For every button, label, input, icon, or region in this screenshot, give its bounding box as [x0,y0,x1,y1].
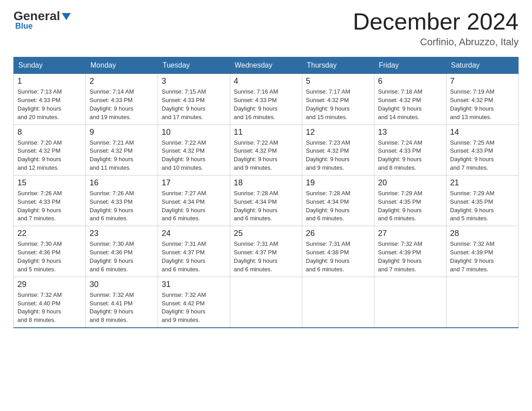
day-info: Sunrise: 7:28 AMSunset: 4:34 PMDaylight:… [234,189,298,223]
day-number: 10 [162,128,226,137]
day-number: 26 [306,229,370,238]
day-number: 5 [306,77,370,86]
calendar-cell: 5Sunrise: 7:17 AMSunset: 4:32 PMDaylight… [302,73,374,124]
day-info: Sunrise: 7:27 AMSunset: 4:34 PMDaylight:… [162,189,226,223]
calendar-cell: 30Sunrise: 7:32 AMSunset: 4:41 PMDayligh… [86,277,158,328]
calendar-subtitle: Corfinio, Abruzzo, Italy [353,36,519,48]
calendar-cell: 18Sunrise: 7:28 AMSunset: 4:34 PMDayligh… [230,175,302,226]
calendar-cell: 3Sunrise: 7:15 AMSunset: 4:33 PMDaylight… [158,73,230,124]
calendar-cell: 9Sunrise: 7:21 AMSunset: 4:32 PMDaylight… [86,124,158,175]
column-header-sunday: Sunday [14,57,86,73]
page-header: General Blue December 2024 Corfinio, Abr… [13,9,519,48]
day-number: 4 [234,77,298,86]
column-header-thursday: Thursday [302,57,374,73]
column-header-saturday: Saturday [446,57,519,73]
calendar-cell: 23Sunrise: 7:30 AMSunset: 4:36 PMDayligh… [86,226,158,277]
day-number: 1 [17,77,82,86]
day-number: 23 [90,229,154,238]
day-number: 6 [378,77,442,86]
day-number: 12 [306,128,370,137]
day-info: Sunrise: 7:23 AMSunset: 4:32 PMDaylight:… [306,139,370,172]
day-info: Sunrise: 7:13 AMSunset: 4:33 PMDaylight:… [17,88,82,121]
calendar-cell: 28Sunrise: 7:32 AMSunset: 4:39 PMDayligh… [446,226,519,277]
calendar-cell: 16Sunrise: 7:26 AMSunset: 4:33 PMDayligh… [86,175,158,226]
day-number: 14 [450,128,515,137]
week-row-5: 29Sunrise: 7:32 AMSunset: 4:40 PMDayligh… [14,277,519,328]
column-header-wednesday: Wednesday [230,57,302,73]
day-info: Sunrise: 7:32 AMSunset: 4:42 PMDaylight:… [162,291,226,325]
calendar-cell: 17Sunrise: 7:27 AMSunset: 4:34 PMDayligh… [158,175,230,226]
day-info: Sunrise: 7:31 AMSunset: 4:37 PMDaylight:… [234,240,298,274]
day-number: 3 [162,77,226,86]
calendar-cell [446,277,519,328]
calendar-cell: 1Sunrise: 7:13 AMSunset: 4:33 PMDaylight… [14,73,86,124]
day-info: Sunrise: 7:24 AMSunset: 4:33 PMDaylight:… [378,139,442,172]
calendar-cell: 2Sunrise: 7:14 AMSunset: 4:33 PMDaylight… [86,73,158,124]
day-info: Sunrise: 7:18 AMSunset: 4:32 PMDaylight:… [378,88,442,121]
calendar-cell: 10Sunrise: 7:22 AMSunset: 4:32 PMDayligh… [158,124,230,175]
day-info: Sunrise: 7:28 AMSunset: 4:34 PMDaylight:… [306,189,370,223]
week-row-2: 8Sunrise: 7:20 AMSunset: 4:32 PMDaylight… [14,124,519,175]
day-info: Sunrise: 7:16 AMSunset: 4:33 PMDaylight:… [234,88,298,121]
header-row: SundayMondayTuesdayWednesdayThursdayFrid… [14,57,519,73]
day-number: 18 [234,178,298,188]
day-number: 11 [234,128,298,137]
day-number: 25 [234,229,298,238]
day-number: 28 [450,229,515,238]
day-number: 30 [90,280,154,289]
day-info: Sunrise: 7:32 AMSunset: 4:39 PMDaylight:… [450,240,515,274]
day-number: 24 [162,229,226,238]
day-number: 13 [378,128,442,137]
logo: General Blue [13,9,71,31]
calendar-cell: 12Sunrise: 7:23 AMSunset: 4:32 PMDayligh… [302,124,374,175]
calendar-cell: 21Sunrise: 7:29 AMSunset: 4:35 PMDayligh… [446,175,519,226]
column-header-tuesday: Tuesday [158,57,230,73]
day-number: 19 [306,178,370,188]
week-row-1: 1Sunrise: 7:13 AMSunset: 4:33 PMDaylight… [14,73,519,124]
day-number: 16 [90,178,154,188]
day-info: Sunrise: 7:26 AMSunset: 4:33 PMDaylight:… [17,189,82,223]
calendar-cell: 15Sunrise: 7:26 AMSunset: 4:33 PMDayligh… [14,175,86,226]
day-number: 29 [17,280,82,289]
day-info: Sunrise: 7:15 AMSunset: 4:33 PMDaylight:… [162,88,226,121]
day-info: Sunrise: 7:31 AMSunset: 4:38 PMDaylight:… [306,240,370,274]
title-area: December 2024 Corfinio, Abruzzo, Italy [353,9,519,48]
day-info: Sunrise: 7:32 AMSunset: 4:39 PMDaylight:… [378,240,442,274]
calendar-cell: 25Sunrise: 7:31 AMSunset: 4:37 PMDayligh… [230,226,302,277]
calendar-cell: 6Sunrise: 7:18 AMSunset: 4:32 PMDaylight… [374,73,446,124]
calendar-cell [302,277,374,328]
day-info: Sunrise: 7:26 AMSunset: 4:33 PMDaylight:… [90,189,154,223]
day-number: 21 [450,178,515,188]
week-row-4: 22Sunrise: 7:30 AMSunset: 4:36 PMDayligh… [14,226,519,277]
day-info: Sunrise: 7:32 AMSunset: 4:40 PMDaylight:… [17,291,82,325]
day-info: Sunrise: 7:14 AMSunset: 4:33 PMDaylight:… [90,88,154,121]
week-row-3: 15Sunrise: 7:26 AMSunset: 4:33 PMDayligh… [14,175,519,226]
calendar-cell: 27Sunrise: 7:32 AMSunset: 4:39 PMDayligh… [374,226,446,277]
day-number: 8 [17,128,82,137]
day-info: Sunrise: 7:17 AMSunset: 4:32 PMDaylight:… [306,88,370,121]
calendar-cell: 31Sunrise: 7:32 AMSunset: 4:42 PMDayligh… [158,277,230,328]
day-number: 20 [378,178,442,188]
day-number: 27 [378,229,442,238]
day-info: Sunrise: 7:30 AMSunset: 4:36 PMDaylight:… [90,240,154,274]
calendar-cell [374,277,446,328]
day-info: Sunrise: 7:22 AMSunset: 4:32 PMDaylight:… [162,139,226,172]
day-info: Sunrise: 7:29 AMSunset: 4:35 PMDaylight:… [450,189,515,223]
day-info: Sunrise: 7:25 AMSunset: 4:33 PMDaylight:… [450,139,515,172]
calendar-cell: 8Sunrise: 7:20 AMSunset: 4:32 PMDaylight… [14,124,86,175]
day-info: Sunrise: 7:31 AMSunset: 4:37 PMDaylight:… [162,240,226,274]
logo-triangle-icon [62,13,71,20]
day-info: Sunrise: 7:30 AMSunset: 4:36 PMDaylight:… [17,240,82,274]
day-info: Sunrise: 7:21 AMSunset: 4:32 PMDaylight:… [90,139,154,172]
calendar-cell: 11Sunrise: 7:22 AMSunset: 4:32 PMDayligh… [230,124,302,175]
day-info: Sunrise: 7:19 AMSunset: 4:32 PMDaylight:… [450,88,515,121]
day-info: Sunrise: 7:32 AMSunset: 4:41 PMDaylight:… [90,291,154,325]
day-number: 7 [450,77,515,86]
column-header-monday: Monday [86,57,158,73]
logo-blue-text: Blue [15,21,33,31]
day-number: 22 [17,229,82,238]
calendar-cell: 4Sunrise: 7:16 AMSunset: 4:33 PMDaylight… [230,73,302,124]
calendar-table: SundayMondayTuesdayWednesdayThursdayFrid… [13,57,519,328]
day-number: 9 [90,128,154,137]
calendar-title: December 2024 [353,9,519,34]
